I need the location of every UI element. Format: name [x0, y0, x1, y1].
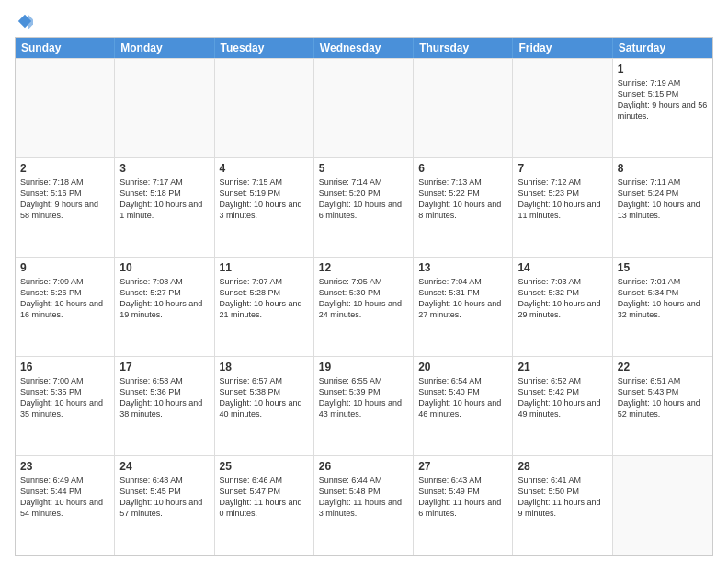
day-number: 6: [418, 162, 507, 175]
calendar-row-0: 1Sunrise: 7:19 AM Sunset: 5:15 PM Daylig…: [16, 58, 712, 157]
day-number: 7: [518, 162, 607, 175]
day-number: 5: [319, 162, 408, 175]
day-cell-25: 25Sunrise: 6:46 AM Sunset: 5:47 PM Dayli…: [215, 456, 314, 555]
day-number: 3: [119, 162, 209, 175]
day-cell-20: 20Sunrise: 6:54 AM Sunset: 5:40 PM Dayli…: [414, 357, 513, 455]
calendar: SundayMondayTuesdayWednesdayThursdayFrid…: [15, 37, 713, 556]
day-info: Sunrise: 6:41 AM Sunset: 5:50 PM Dayligh…: [518, 475, 607, 520]
day-cell-12: 12Sunrise: 7:05 AM Sunset: 5:30 PM Dayli…: [314, 258, 414, 356]
day-number: 9: [20, 261, 109, 274]
day-cell-9: 9Sunrise: 7:09 AM Sunset: 5:26 PM Daylig…: [16, 258, 115, 356]
day-header-saturday: Saturday: [613, 38, 712, 58]
empty-cell: [115, 59, 214, 157]
day-number: 24: [119, 460, 209, 473]
day-info: Sunrise: 7:07 AM Sunset: 5:28 PM Dayligh…: [220, 276, 309, 321]
day-info: Sunrise: 7:19 AM Sunset: 5:15 PM Dayligh…: [618, 77, 708, 122]
day-info: Sunrise: 6:51 AM Sunset: 5:43 PM Dayligh…: [618, 375, 708, 420]
day-cell-2: 2Sunrise: 7:18 AM Sunset: 5:16 PM Daylig…: [16, 158, 115, 257]
day-info: Sunrise: 6:52 AM Sunset: 5:42 PM Dayligh…: [518, 375, 607, 420]
logo: [15, 11, 33, 29]
calendar-row-3: 16Sunrise: 7:00 AM Sunset: 5:35 PM Dayli…: [16, 356, 712, 455]
day-number: 27: [418, 460, 507, 473]
day-cell-11: 11Sunrise: 7:07 AM Sunset: 5:28 PM Dayli…: [215, 258, 314, 356]
day-cell-14: 14Sunrise: 7:03 AM Sunset: 5:32 PM Dayli…: [513, 258, 612, 356]
day-info: Sunrise: 7:01 AM Sunset: 5:34 PM Dayligh…: [618, 276, 708, 321]
day-cell-16: 16Sunrise: 7:00 AM Sunset: 5:35 PM Dayli…: [16, 357, 115, 455]
day-number: 16: [20, 361, 109, 373]
day-cell-3: 3Sunrise: 7:17 AM Sunset: 5:18 PM Daylig…: [115, 158, 214, 257]
day-cell-10: 10Sunrise: 7:08 AM Sunset: 5:27 PM Dayli…: [115, 258, 214, 356]
day-info: Sunrise: 7:11 AM Sunset: 5:24 PM Dayligh…: [618, 177, 708, 222]
empty-cell: [314, 59, 414, 157]
day-info: Sunrise: 6:43 AM Sunset: 5:49 PM Dayligh…: [418, 475, 507, 520]
header: [15, 11, 713, 29]
svg-marker-1: [28, 15, 33, 29]
day-cell-8: 8Sunrise: 7:11 AM Sunset: 5:24 PM Daylig…: [613, 158, 712, 257]
day-number: 19: [319, 361, 408, 373]
day-info: Sunrise: 7:15 AM Sunset: 5:19 PM Dayligh…: [220, 177, 309, 222]
day-cell-4: 4Sunrise: 7:15 AM Sunset: 5:19 PM Daylig…: [215, 158, 314, 257]
calendar-row-4: 23Sunrise: 6:49 AM Sunset: 5:44 PM Dayli…: [16, 455, 712, 555]
day-info: Sunrise: 6:48 AM Sunset: 5:45 PM Dayligh…: [119, 475, 209, 520]
day-cell-1: 1Sunrise: 7:19 AM Sunset: 5:15 PM Daylig…: [613, 59, 712, 157]
day-number: 1: [618, 63, 708, 75]
empty-cell: [613, 456, 712, 555]
day-info: Sunrise: 7:04 AM Sunset: 5:31 PM Dayligh…: [418, 276, 507, 321]
logo-icon: [17, 13, 33, 29]
day-header-sunday: Sunday: [16, 38, 115, 58]
day-info: Sunrise: 6:54 AM Sunset: 5:40 PM Dayligh…: [418, 375, 507, 420]
day-info: Sunrise: 7:00 AM Sunset: 5:35 PM Dayligh…: [20, 375, 109, 420]
day-cell-6: 6Sunrise: 7:13 AM Sunset: 5:22 PM Daylig…: [414, 158, 513, 257]
day-info: Sunrise: 6:58 AM Sunset: 5:36 PM Dayligh…: [119, 375, 209, 420]
empty-cell: [513, 59, 612, 157]
day-number: 13: [418, 261, 507, 274]
day-number: 22: [618, 361, 708, 373]
day-number: 23: [20, 460, 109, 473]
day-number: 12: [319, 261, 408, 274]
main-container: SundayMondayTuesdayWednesdayThursdayFrid…: [0, 0, 728, 563]
day-info: Sunrise: 6:57 AM Sunset: 5:38 PM Dayligh…: [220, 375, 309, 420]
calendar-body: 1Sunrise: 7:19 AM Sunset: 5:15 PM Daylig…: [16, 58, 712, 555]
day-info: Sunrise: 7:12 AM Sunset: 5:23 PM Dayligh…: [518, 177, 607, 222]
day-cell-17: 17Sunrise: 6:58 AM Sunset: 5:36 PM Dayli…: [115, 357, 214, 455]
day-cell-7: 7Sunrise: 7:12 AM Sunset: 5:23 PM Daylig…: [513, 158, 612, 257]
day-cell-19: 19Sunrise: 6:55 AM Sunset: 5:39 PM Dayli…: [314, 357, 414, 455]
day-header-friday: Friday: [513, 38, 612, 58]
day-number: 21: [518, 361, 607, 373]
day-number: 17: [119, 361, 209, 373]
day-cell-21: 21Sunrise: 6:52 AM Sunset: 5:42 PM Dayli…: [513, 357, 612, 455]
day-cell-18: 18Sunrise: 6:57 AM Sunset: 5:38 PM Dayli…: [215, 357, 314, 455]
day-info: Sunrise: 6:49 AM Sunset: 5:44 PM Dayligh…: [20, 475, 109, 520]
day-info: Sunrise: 7:18 AM Sunset: 5:16 PM Dayligh…: [20, 177, 109, 222]
day-info: Sunrise: 7:13 AM Sunset: 5:22 PM Dayligh…: [418, 177, 507, 222]
empty-cell: [16, 59, 115, 157]
day-header-thursday: Thursday: [414, 38, 513, 58]
day-number: 11: [220, 261, 309, 274]
calendar-header: SundayMondayTuesdayWednesdayThursdayFrid…: [16, 38, 712, 58]
day-number: 8: [618, 162, 708, 175]
day-cell-27: 27Sunrise: 6:43 AM Sunset: 5:49 PM Dayli…: [414, 456, 513, 555]
day-info: Sunrise: 6:46 AM Sunset: 5:47 PM Dayligh…: [220, 475, 309, 520]
day-number: 26: [319, 460, 408, 473]
day-info: Sunrise: 7:14 AM Sunset: 5:20 PM Dayligh…: [319, 177, 408, 222]
calendar-row-1: 2Sunrise: 7:18 AM Sunset: 5:16 PM Daylig…: [16, 157, 712, 257]
day-info: Sunrise: 7:05 AM Sunset: 5:30 PM Dayligh…: [319, 276, 408, 321]
day-cell-28: 28Sunrise: 6:41 AM Sunset: 5:50 PM Dayli…: [513, 456, 612, 555]
day-header-monday: Monday: [115, 38, 214, 58]
day-info: Sunrise: 7:08 AM Sunset: 5:27 PM Dayligh…: [119, 276, 209, 321]
day-cell-22: 22Sunrise: 6:51 AM Sunset: 5:43 PM Dayli…: [613, 357, 712, 455]
empty-cell: [414, 59, 513, 157]
day-number: 2: [20, 162, 109, 175]
empty-cell: [215, 59, 314, 157]
day-number: 20: [418, 361, 507, 373]
day-number: 25: [220, 460, 309, 473]
day-number: 4: [220, 162, 309, 175]
day-number: 10: [119, 261, 209, 274]
day-header-wednesday: Wednesday: [314, 38, 414, 58]
day-info: Sunrise: 6:55 AM Sunset: 5:39 PM Dayligh…: [319, 375, 408, 420]
day-cell-26: 26Sunrise: 6:44 AM Sunset: 5:48 PM Dayli…: [314, 456, 414, 555]
day-header-tuesday: Tuesday: [215, 38, 314, 58]
day-number: 28: [518, 460, 607, 473]
day-info: Sunrise: 7:09 AM Sunset: 5:26 PM Dayligh…: [20, 276, 109, 321]
day-number: 14: [518, 261, 607, 274]
